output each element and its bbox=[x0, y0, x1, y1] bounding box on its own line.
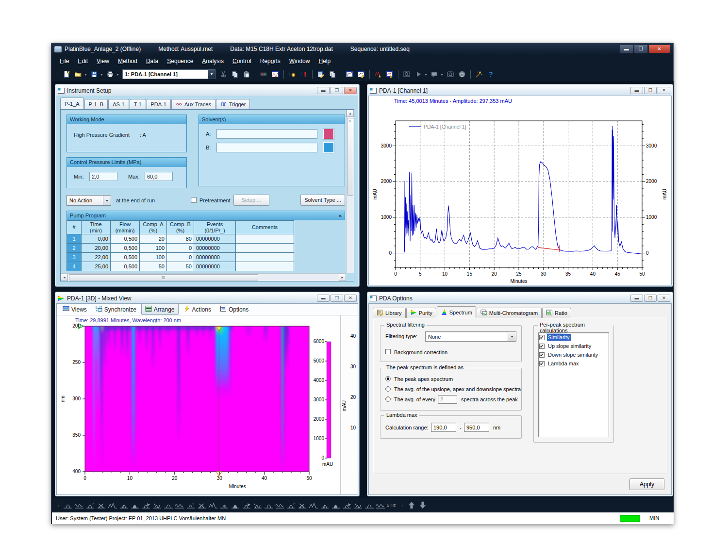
chart-edit-icon[interactable] bbox=[355, 69, 367, 80]
split-peak-icon[interactable] bbox=[241, 500, 252, 510]
tab-library[interactable]: Library bbox=[373, 308, 406, 318]
peak-fill-mark-icon[interactable]: ? bbox=[185, 500, 196, 510]
child-minimize-button[interactable]: ▬ bbox=[630, 295, 643, 302]
menu-window[interactable]: Window bbox=[285, 56, 314, 66]
pump-table-cell[interactable]: 0,500 bbox=[111, 253, 140, 262]
menu-edit[interactable]: Edit bbox=[73, 56, 92, 66]
pump-table-cell[interactable]: 0,500 bbox=[111, 244, 140, 253]
tab-as-1[interactable]: AS-1 bbox=[108, 99, 129, 109]
child-close-button[interactable]: ✕ bbox=[344, 295, 357, 302]
child-close-button[interactable]: ✕ bbox=[658, 87, 670, 94]
forced-peak-icon[interactable] bbox=[218, 500, 230, 510]
skim-peaks-icon[interactable] bbox=[308, 500, 319, 510]
peak-width-icon[interactable] bbox=[330, 500, 341, 510]
new-document-icon[interactable] bbox=[61, 69, 72, 80]
pump-table-cell[interactable]: 100 bbox=[140, 253, 167, 262]
chromatogram-chart[interactable]: Time: 45,0013 Minutes - Amplitude: 297,3… bbox=[369, 96, 671, 285]
menu-file[interactable]: File bbox=[55, 56, 73, 66]
pump-table-cell[interactable] bbox=[236, 262, 294, 271]
pump-table-cell[interactable]: 00000000 bbox=[194, 262, 236, 271]
tab-p-1-b[interactable]: P-1_B bbox=[84, 99, 108, 109]
chevron-down-icon[interactable]: ▼ bbox=[100, 69, 104, 80]
arrange-button[interactable]: Arrange bbox=[141, 304, 179, 315]
pump-table-cell[interactable]: 20,00 bbox=[82, 244, 111, 253]
pump-table-cell[interactable]: 0 bbox=[167, 244, 194, 253]
chart-frame-icon[interactable] bbox=[344, 69, 355, 80]
menu-reports[interactable]: Reports bbox=[256, 56, 285, 66]
paste-icon[interactable] bbox=[241, 69, 252, 80]
pressure-min-input[interactable] bbox=[89, 172, 117, 181]
child-minimize-button[interactable]: ▬ bbox=[630, 87, 643, 94]
views-button[interactable]: Views bbox=[59, 304, 91, 315]
3d-view-icon[interactable] bbox=[258, 69, 269, 80]
tab-ratio[interactable]: Ratio bbox=[542, 308, 571, 318]
zoom-preview-icon[interactable] bbox=[401, 69, 413, 80]
print-icon[interactable] bbox=[104, 69, 116, 80]
copy-icon[interactable] bbox=[229, 69, 241, 80]
calc-item-down-slope-similarity[interactable]: ✔Down slope similarity bbox=[539, 350, 609, 359]
chevron-down-icon[interactable]: ▼ bbox=[508, 332, 516, 341]
pretreatment-checkbox[interactable] bbox=[191, 197, 197, 203]
menu-sequence[interactable]: Sequence bbox=[163, 56, 198, 66]
menu-method[interactable]: Method bbox=[114, 56, 142, 66]
menu-help[interactable]: Help bbox=[314, 56, 335, 66]
tab-aux-traces[interactable]: Aux Traces bbox=[171, 99, 215, 109]
close-button[interactable]: ✕ bbox=[648, 45, 670, 53]
pump-table-cell[interactable]: 4 bbox=[67, 262, 82, 271]
checkbox-icon[interactable]: ✔ bbox=[539, 361, 545, 366]
lambda-from-input[interactable] bbox=[431, 423, 456, 432]
instrument-setup-titlebar[interactable]: Instrument Setup ▬ ❐ ✕ bbox=[56, 85, 358, 96]
checkbox-icon[interactable]: ✔ bbox=[539, 352, 545, 358]
collapse-icon[interactable]: « bbox=[339, 213, 342, 220]
lambda-to-input[interactable] bbox=[464, 423, 489, 432]
negative-peak-icon[interactable] bbox=[196, 500, 207, 510]
child-maximize-button[interactable]: ❐ bbox=[331, 295, 343, 302]
chevron-down-icon[interactable]: ▼ bbox=[440, 69, 445, 80]
tab-multi-chromatogram[interactable]: Multi-Chromatogram bbox=[477, 308, 542, 318]
solvent-b-input[interactable] bbox=[216, 143, 317, 152]
pump-table-cell[interactable]: 22,00 bbox=[82, 253, 111, 262]
open-icon[interactable] bbox=[72, 69, 84, 80]
valley-to-valley-icon[interactable] bbox=[118, 500, 129, 510]
contour-view-icon[interactable] bbox=[269, 69, 281, 80]
child-minimize-button[interactable]: ▬ bbox=[317, 295, 330, 302]
tab-spectrum[interactable]: Spectrum bbox=[437, 306, 476, 318]
pump-table-cell[interactable]: 80 bbox=[167, 234, 194, 244]
message-icon[interactable] bbox=[429, 69, 440, 80]
pump-table-cell[interactable]: 2 bbox=[67, 244, 82, 253]
peak-end-icon[interactable] bbox=[163, 500, 174, 510]
pump-table-cell[interactable]: 100 bbox=[140, 244, 167, 253]
child-maximize-button[interactable]: ❐ bbox=[644, 87, 657, 94]
tail-peak-icon[interactable]: ? bbox=[285, 500, 297, 510]
solvent-a-input[interactable] bbox=[216, 129, 317, 139]
end-of-run-action-select[interactable]: No Action ▼ bbox=[66, 195, 111, 206]
solvent-a-color-swatch[interactable] bbox=[323, 129, 334, 139]
function-gear-icon[interactable]: f bbox=[286, 69, 298, 80]
pump-table-cell[interactable]: 1 bbox=[67, 234, 82, 244]
child-close-button[interactable]: ✕ bbox=[344, 87, 357, 94]
setup-button[interactable]: Setup ... bbox=[233, 195, 269, 206]
options-button[interactable]: Options bbox=[216, 304, 252, 315]
calc-item-lambda-max[interactable]: ✔Lambda max bbox=[539, 359, 609, 368]
horizontal-scrollbar[interactable]: ◄ ► ▥ bbox=[61, 273, 346, 281]
minimize-button[interactable]: ▬ bbox=[619, 45, 633, 53]
menu-control[interactable]: Control bbox=[228, 56, 256, 66]
group-peaks-icon[interactable] bbox=[319, 500, 330, 510]
checkbox-icon[interactable]: ✔ bbox=[539, 335, 545, 340]
valley-drop-icon[interactable] bbox=[207, 500, 218, 510]
filtering-type-select[interactable]: None ▼ bbox=[425, 331, 516, 342]
apply-button[interactable]: Apply bbox=[629, 478, 664, 490]
peak-cursor-icon[interactable] bbox=[230, 500, 241, 510]
pump-table-cell[interactable]: 0,00 bbox=[82, 234, 111, 244]
lens-icon[interactable] bbox=[445, 69, 456, 80]
checkbox-icon[interactable]: ✔ bbox=[539, 344, 545, 349]
save-icon[interactable] bbox=[88, 69, 100, 80]
peak-fill-icon[interactable] bbox=[174, 500, 185, 510]
method-edit-icon[interactable] bbox=[315, 69, 327, 80]
chromatogram-titlebar[interactable]: PDA-1 [Channel 1] ▬ ❐ ✕ bbox=[368, 85, 672, 96]
channel-selector[interactable]: 1: PDA-1 [Channel 1]▼ bbox=[122, 69, 215, 79]
pump-table-cell[interactable]: 0 bbox=[167, 253, 194, 262]
run-icon[interactable] bbox=[413, 69, 424, 80]
tab-pda-1[interactable]: PDA-1 bbox=[147, 99, 171, 109]
menu-view[interactable]: View bbox=[92, 56, 114, 66]
